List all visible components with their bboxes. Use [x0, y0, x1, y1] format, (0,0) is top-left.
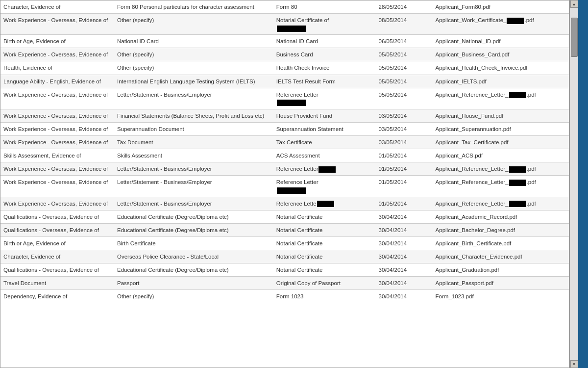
filename-cell: Applicant_Reference_Letter_.pdf — [433, 88, 569, 109]
filename-cell: Applicant_Reference_Letter_.pdf — [433, 162, 569, 176]
scrollbar-track[interactable] — [570, 8, 578, 360]
right-panel — [578, 0, 588, 368]
document-name-cell: Notarial Certificate — [273, 237, 376, 250]
table-row: Language Ability - English, Evidence ofI… — [0, 75, 569, 88]
filename-cell: Applicant_Work_Certificate_.pdf — [433, 14, 569, 35]
filename-cell: Applicant_Academic_Record.pdf — [433, 210, 569, 223]
document-type-cell: Superannuation Document — [114, 122, 273, 135]
scroll-down-button[interactable]: ▼ — [570, 360, 578, 368]
table-row: Work Experience - Overseas, Evidence ofO… — [0, 48, 569, 61]
document-name-cell: IELTS Test Result Form — [273, 75, 376, 88]
filename-cell: Applicant_Health_Check_Invoice.pdf — [433, 61, 569, 75]
date-cell: 05/05/2014 — [376, 48, 433, 61]
filename-cell: Applicant_ACS.pdf — [433, 149, 569, 162]
scrollable-area[interactable]: Character, Evidence ofForm 80 Personal p… — [0, 0, 569, 368]
filename-cell: Applicant_Reference_Letter_.pdf — [433, 197, 569, 210]
redacted-block — [509, 201, 526, 207]
table-row: Work Experience - Overseas, Evidence ofS… — [0, 122, 569, 135]
document-name-cell: Health Check Invoice — [273, 61, 376, 75]
document-type-cell: Letter/Statement - Business/Employer — [114, 162, 273, 176]
document-name-cell: ACS Assessment — [273, 149, 376, 162]
date-cell: 30/04/2014 — [376, 250, 433, 263]
filename-cell: Applicant_House_Fund.pdf — [433, 109, 569, 122]
category-cell: Birth or Age, Evidence of — [0, 237, 114, 250]
table-row: Work Experience - Overseas, Evidence ofL… — [0, 197, 569, 210]
category-cell: Birth or Age, Evidence of — [0, 35, 114, 48]
category-cell: Work Experience - Overseas, Evidence of — [0, 122, 114, 135]
document-type-cell: Other (specify) — [114, 48, 273, 61]
filename-cell: Applicant_Reference_Letter_.pdf — [433, 176, 569, 197]
table-row: Qualifications - Overseas, Evidence ofEd… — [0, 223, 569, 237]
document-name-cell: Tax Certificate — [273, 136, 376, 149]
category-cell: Language Ability - English, Evidence of — [0, 75, 114, 88]
document-type-cell: Other (specify) — [114, 14, 273, 35]
category-cell: Character, Evidence of — [0, 0, 114, 14]
document-type-cell: Tax Document — [114, 136, 273, 149]
main-content: Character, Evidence ofForm 80 Personal p… — [0, 0, 569, 368]
filename-cell: Applicant_Bachelor_Degree.pdf — [433, 223, 569, 237]
table-row: Health, Evidence ofOther (specify)Health… — [0, 61, 569, 75]
date-cell: 30/04/2014 — [376, 237, 433, 250]
date-cell: 05/05/2014 — [376, 61, 433, 75]
date-cell: 30/04/2014 — [376, 277, 433, 290]
table-row: Character, Evidence ofOverseas Police Cl… — [0, 250, 569, 263]
date-cell: 03/05/2014 — [376, 136, 433, 149]
document-name-cell: Notarial Certificate of — [273, 14, 376, 35]
document-type-cell: Passport — [114, 277, 273, 290]
category-cell: Dependency, Evidence of — [0, 290, 114, 303]
document-name-cell: Notarial Certificate — [273, 210, 376, 223]
document-name-cell: Form 1023 — [273, 290, 376, 303]
document-type-cell: Birth Certificate — [114, 237, 273, 250]
date-cell: 06/05/2014 — [376, 35, 433, 48]
document-name-cell: Form 80 — [273, 0, 376, 14]
document-name-cell: House Provident Fund — [273, 109, 376, 122]
scrollbar[interactable]: ▲ ▼ — [569, 0, 578, 368]
table-row: Work Experience - Overseas, Evidence ofF… — [0, 109, 569, 122]
date-cell: 01/05/2014 — [376, 176, 433, 197]
category-cell: Qualifications - Overseas, Evidence of — [0, 223, 114, 237]
category-cell: Character, Evidence of — [0, 250, 114, 263]
filename-cell: Applicant_Form80.pdf — [433, 0, 569, 14]
date-cell: 03/05/2014 — [376, 109, 433, 122]
date-cell: 05/05/2014 — [376, 75, 433, 88]
document-type-cell: Letter/Statement - Business/Employer — [114, 197, 273, 210]
redacted-block — [277, 187, 306, 194]
document-type-cell: Educational Certificate (Degree/Diploma … — [114, 210, 273, 223]
document-type-cell: Educational Certificate (Degree/Diploma … — [114, 223, 273, 237]
date-cell: 05/05/2014 — [376, 88, 433, 109]
table-row: Qualifications - Overseas, Evidence ofEd… — [0, 210, 569, 223]
date-cell: 30/04/2014 — [376, 210, 433, 223]
table-row: Birth or Age, Evidence ofNational ID Car… — [0, 35, 569, 48]
table-row: Skills Assessment, Evidence ofSkills Ass… — [0, 149, 569, 162]
table-row: Work Experience - Overseas, Evidence ofO… — [0, 14, 569, 35]
filename-cell: Applicant_Birth_Certificate.pdf — [433, 237, 569, 250]
category-cell: Work Experience - Overseas, Evidence of — [0, 48, 114, 61]
category-cell: Travel Document — [0, 277, 114, 290]
document-type-cell: Overseas Police Clearance - State/Local — [114, 250, 273, 263]
date-cell: 01/05/2014 — [376, 149, 433, 162]
table-row: Qualifications - Overseas, Evidence ofEd… — [0, 263, 569, 276]
filename-cell: Applicant_Passport.pdf — [433, 277, 569, 290]
document-name-cell: Notarial Certificate — [273, 250, 376, 263]
filename-cell: Applicant_Business_Card.pdf — [433, 48, 569, 61]
scroll-up-button[interactable]: ▲ — [570, 0, 578, 8]
scrollbar-thumb[interactable] — [571, 18, 578, 57]
date-cell: 08/05/2014 — [376, 14, 433, 35]
filename-cell: Applicant_IELTS.pdf — [433, 75, 569, 88]
document-name-cell: Superannuation Statement — [273, 122, 376, 135]
date-cell: 01/05/2014 — [376, 162, 433, 176]
document-name-cell: Notarial Certificate — [273, 223, 376, 237]
document-type-cell: Skills Assessment — [114, 149, 273, 162]
document-type-cell: Letter/Statement - Business/Employer — [114, 88, 273, 109]
filename-cell: Applicant_Character_Evidence.pdf — [433, 250, 569, 263]
redacted-block — [277, 26, 306, 32]
category-cell: Work Experience - Overseas, Evidence of — [0, 14, 114, 35]
date-cell: 01/05/2014 — [376, 197, 433, 210]
table-row: Dependency, Evidence ofOther (specify)Fo… — [0, 290, 569, 303]
date-cell: 30/04/2014 — [376, 290, 433, 303]
redacted-block — [509, 180, 526, 186]
table-row: Travel DocumentPassportOriginal Copy of … — [0, 277, 569, 290]
filename-cell: Applicant_Graduation.pdf — [433, 263, 569, 276]
redacted-block — [509, 92, 526, 98]
document-type-cell: Letter/Statement - Business/Employer — [114, 176, 273, 197]
